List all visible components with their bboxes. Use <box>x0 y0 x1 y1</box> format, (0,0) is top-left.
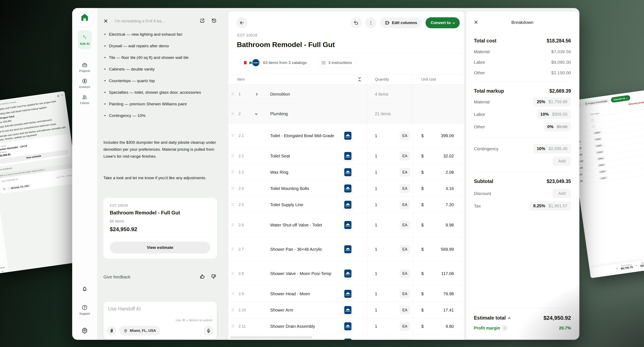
quantity-value[interactable]: 1 <box>375 170 400 175</box>
unit-cost-value[interactable]: 9.98 <box>424 223 454 228</box>
unit-badge[interactable]: EA <box>400 290 410 298</box>
convert-to-button[interactable]: Convert to <box>426 17 460 28</box>
drag-handle[interactable]: ⠿ <box>231 170 236 174</box>
back-button[interactable] <box>236 17 248 28</box>
info-icon[interactable]: i <box>502 326 508 330</box>
quantity-value[interactable]: 1 <box>375 292 400 296</box>
horizontal-scrollbar[interactable] <box>230 336 312 338</box>
unit-badge[interactable]: EA <box>400 152 410 160</box>
thumbs-up-button[interactable] <box>200 274 206 280</box>
unit-cost-value[interactable]: 2.08 <box>424 170 454 175</box>
quantity-value[interactable]: 4 items <box>375 92 413 97</box>
sidebar-item-projects[interactable]: Projects <box>79 62 90 72</box>
unit-badge[interactable]: EA <box>400 220 410 230</box>
drag-handle[interactable]: ⠿ <box>231 134 236 138</box>
expand-collapse-icon[interactable] <box>256 93 270 95</box>
new-chat-icon[interactable] <box>196 18 208 24</box>
drag-handle[interactable]: ⠿ <box>231 292 236 296</box>
markup-edit-pill[interactable]: 0% $0.00 <box>544 122 571 131</box>
quantity-value[interactable]: 1 <box>375 186 400 191</box>
notifications-button[interactable] <box>82 286 88 293</box>
markup-edit-pill[interactable]: 25% $1,759.89 <box>533 97 571 106</box>
drag-handle[interactable]: ⠿ <box>231 203 236 207</box>
drag-handle[interactable]: ⠿ <box>231 272 236 276</box>
table-row[interactable]: ⠿ 2.2 Toilet Seat LOWE'S 1 EA $ 32. <box>228 148 464 164</box>
drag-handle[interactable]: ⠿ <box>231 247 236 252</box>
attach-button[interactable] <box>107 326 116 336</box>
location-chip[interactable]: Miami, FL, USA <box>119 326 160 336</box>
drag-handle[interactable]: ⠿ <box>231 324 236 329</box>
sidebar-item-invoices[interactable]: Invoices <box>79 78 90 89</box>
catalogs-pill[interactable]: LOWE'S 63 items from 3 catalogs <box>239 58 312 68</box>
add-markup-button[interactable]: Add <box>553 156 571 166</box>
table-row[interactable]: ⠿ 2.8 Shower Valve - Moen Posi-Temp LOWE… <box>228 262 464 286</box>
unit-badge[interactable]: EA <box>400 184 410 193</box>
table-row[interactable]: ⠿ 2.9 Shower Head - Moen LOWE'S 1 EA $ <box>228 286 464 302</box>
unit-badge[interactable]: EA <box>400 245 410 254</box>
quantity-value[interactable]: 1 <box>375 324 400 329</box>
unit-badge[interactable]: EA <box>400 131 410 140</box>
view-estimate-button[interactable]: View estimate <box>110 242 210 254</box>
table-row[interactable]: ⠿ 2.1 Toilet - Elongated Bowl Mid-Grade … <box>228 124 464 148</box>
unit-badge[interactable]: EA <box>400 306 410 314</box>
unit-cost-value[interactable]: 79.98 <box>424 292 454 296</box>
unit-cost-value[interactable]: 569.99 <box>424 247 454 252</box>
unit-badge[interactable]: EA <box>400 168 410 177</box>
sidebar-item-support[interactable]: Support <box>79 304 90 315</box>
instructions-pill[interactable]: 3 instructions <box>317 58 357 68</box>
table-row[interactable]: ⠿ 2.4 Toilet Mounting Bolts LOWE'S 1 EA … <box>228 180 464 197</box>
contingency-edit-pill[interactable]: 10% $2,095.40 <box>533 144 571 153</box>
history-icon[interactable] <box>208 18 220 24</box>
table-row[interactable]: ⠿ 2.5 Toilet Supply Line LOWE'S 1 EA $ <box>228 197 464 213</box>
unit-cost-value[interactable]: 7.20 <box>424 202 454 207</box>
table-row[interactable]: ⠿ 1 Demolition LOWE'S 4 items <box>228 84 464 104</box>
table-row[interactable]: ⠿ 2.6 Water Shut-off Valve - Toilet LOWE… <box>228 213 464 237</box>
quantity-value[interactable]: 1 <box>375 134 400 138</box>
handoff-logo[interactable] <box>80 13 89 22</box>
edit-columns-button[interactable]: Edit columns <box>380 17 422 28</box>
drag-handle[interactable]: ⠿ <box>231 154 236 158</box>
mic-button[interactable] <box>204 326 214 336</box>
table-row[interactable]: ⠿ 2.11 Shower Drain Assembly LOWE'S 1 EA… <box>228 318 464 334</box>
unit-cost-value[interactable]: 399.09 <box>424 134 454 138</box>
unit-badge[interactable]: EA <box>400 322 410 331</box>
collapse-all-icon[interactable] <box>358 77 360 82</box>
close-chat-icon[interactable]: ✕ <box>104 18 112 24</box>
drag-handle[interactable]: ⠿ <box>231 186 236 191</box>
sidebar-item-clients[interactable]: Clients <box>80 94 89 105</box>
more-options-button[interactable] <box>366 17 376 28</box>
add-discount-button[interactable]: Add <box>553 189 571 198</box>
drag-handle[interactable]: ⠿ <box>231 308 236 312</box>
drag-handle[interactable]: ⠿ <box>231 92 236 96</box>
unit-badge[interactable]: EA <box>400 269 410 278</box>
quantity-value[interactable]: 1 <box>375 308 400 312</box>
tax-edit-pill[interactable]: 8.25% $1,901.57 <box>530 201 571 210</box>
table-row[interactable]: ⠿ 2.3 Wax Ring LOWE'S 1 EA $ 2.08 <box>228 164 464 180</box>
table-row[interactable]: ⠿ 2.7 Shower Pan - 36×48 Acrylic LOWE'S … <box>228 237 464 262</box>
unit-cost-value[interactable]: 17.41 <box>424 308 454 312</box>
drag-handle[interactable]: ⠿ <box>231 223 236 227</box>
quantity-value[interactable]: 1 <box>375 271 400 276</box>
close-breakdown-icon[interactable]: ✕ <box>474 20 486 25</box>
estimate-total-toggle[interactable]: Estimate total <box>474 315 510 321</box>
unit-badge[interactable]: EA <box>400 200 410 209</box>
unit-cost-value[interactable]: 4.16 <box>424 186 454 191</box>
drag-handle[interactable]: ⠿ <box>231 112 236 116</box>
table-row[interactable]: ⠿ 2.10 Shower Arm LOWE'S 1 EA $ 17. <box>228 302 464 318</box>
thumbs-down-button[interactable] <box>210 274 217 280</box>
quantity-value[interactable]: 21 items <box>375 112 413 116</box>
unit-cost-value[interactable]: 9.80 <box>424 324 454 329</box>
table-row[interactable]: ⠿ 2 Plumbing LOWE'S 21 items <box>228 104 464 124</box>
quantity-value[interactable]: 1 <box>375 154 400 158</box>
quantity-value[interactable]: 1 <box>375 202 400 207</box>
chat-input[interactable]: Use Handoff AI Use ⌘ + Return to submit … <box>104 302 217 339</box>
markup-edit-pill[interactable]: 10% $909.50 <box>537 110 571 119</box>
unit-cost-value[interactable]: 32.02 <box>424 154 454 158</box>
unit-cost-value[interactable]: 117.08 <box>424 271 454 276</box>
settings-button[interactable] <box>82 327 88 334</box>
quantity-value[interactable]: 1 <box>375 247 400 252</box>
undo-button[interactable] <box>350 17 362 28</box>
sidebar-item-ask-ai[interactable]: Ask AI <box>78 30 92 49</box>
unit-badge[interactable]: EA <box>400 338 410 340</box>
quantity-value[interactable]: 1 <box>375 223 400 228</box>
